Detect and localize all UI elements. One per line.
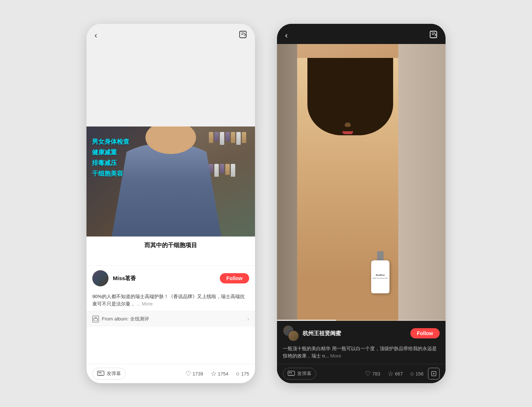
video-text-1: 男女身体检查 — [92, 138, 129, 146]
left-eye — [329, 113, 336, 117]
comment-icon-2: ○ — [410, 370, 414, 378]
description-text-2: 一瓶顶十瓶的美白精华 用一瓶可以白一个度，顶级护肤品带给我的永远是惊艳的效果，瑞… — [283, 346, 437, 359]
video-text-4: 干细胞美容 — [92, 169, 129, 178]
phone-frame-1: ‹ 男女身体检查 健康减重 排毒减压 干细胞美 — [86, 24, 255, 383]
product-area: BanaBeen Night Time Repair Elixir — [366, 259, 395, 293]
video-text-3: 排毒减压 — [92, 159, 129, 167]
progress-bar-fill — [277, 320, 336, 321]
avatar-1 — [92, 270, 108, 286]
video-full-2[interactable]: BanaBeen Night Time Repair Elixir — [277, 44, 446, 321]
username-1: Miss茗香 — [113, 275, 215, 282]
eyes-row — [297, 113, 398, 117]
album-left: From album: 全线测评 — [92, 316, 149, 322]
album-row-1[interactable]: From album: 全线测评 › — [86, 311, 255, 327]
action-group-1: ♡ 1739 ☆ 1754 ○ 175 — [185, 370, 249, 378]
nose — [345, 122, 351, 127]
mouth — [342, 131, 353, 134]
user-info-row-2: 杭州王祖贤闺蜜 Follow — [277, 321, 446, 344]
svg-rect-1 — [94, 318, 97, 321]
svg-rect-8 — [291, 372, 292, 373]
action-bar-2: 发弹幕 ♡ 783 ☆ 667 ○ 156 — [277, 364, 446, 383]
star-count-2: 667 — [395, 371, 403, 377]
face-bg — [277, 44, 446, 321]
progress-bar[interactable] — [277, 320, 446, 321]
like-button-1[interactable]: ♡ 1739 — [185, 370, 203, 378]
avatar-double-2-img — [288, 330, 299, 341]
share-button-1[interactable] — [239, 30, 247, 40]
album-icon — [92, 316, 99, 322]
description-1: 90%的人都不知道的瑞士高端护肤！《香说品牌》又上线啦，瑞士高端抗衰可不只是法尔… — [86, 291, 255, 311]
video-text-2: 健康减重 — [92, 148, 129, 157]
right-eye — [359, 113, 367, 117]
danmu-button-1[interactable]: 发弹幕 — [92, 368, 126, 380]
danmu-label-2: 发弹幕 — [297, 370, 311, 377]
like-count-1: 1739 — [193, 371, 203, 377]
heart-icon-1: ♡ — [185, 370, 191, 378]
svg-rect-4 — [100, 372, 101, 373]
description-2: 一瓶顶十瓶的美白精华 用一瓶可以白一个度，顶级护肤品带给我的永远是惊艳的效果，瑞… — [277, 344, 446, 364]
username-2: 杭州王祖贤闺蜜 — [303, 330, 407, 337]
description-more-1[interactable]: ... More — [137, 301, 153, 307]
phone2-bottom: 杭州王祖贤闺蜜 Follow 一瓶顶十瓶的美白精华 用一瓶可以白一个度，顶级护肤… — [277, 321, 446, 383]
video-subtitle: 而其中的干细胞项目 — [86, 236, 255, 254]
star-icon-1: ☆ — [211, 370, 217, 378]
product-label: BanaBeen Night Time Repair Elixir — [373, 266, 388, 288]
album-arrow: › — [247, 316, 249, 322]
star-icon-2: ☆ — [388, 370, 394, 378]
like-button-2[interactable]: ♡ 783 — [365, 370, 380, 378]
back-button-1[interactable]: ‹ — [95, 31, 97, 40]
top-bar-1: ‹ — [86, 24, 255, 44]
product-brand-text: BanaBeen — [376, 274, 385, 276]
user-info-row-1: Miss茗香 Follow — [86, 265, 255, 291]
heart-icon-2: ♡ — [365, 370, 371, 378]
product-cap — [377, 251, 384, 260]
share-button-2[interactable] — [429, 30, 437, 40]
product-name-text: Night Time Repair Elixir — [373, 277, 388, 279]
star-button-1[interactable]: ☆ 1754 — [211, 370, 229, 378]
svg-rect-3 — [99, 372, 100, 373]
description-more-2[interactable]: More — [330, 353, 341, 359]
danmu-button-2[interactable]: 发弹幕 — [283, 368, 316, 380]
video-thumbnail-1[interactable]: 男女身体检查 健康减重 排毒减压 干细胞美容 — [86, 126, 255, 236]
avatar-double-2 — [283, 325, 299, 341]
star-button-2[interactable]: ☆ 667 — [388, 370, 403, 378]
follow-button-2[interactable]: Follow — [410, 328, 440, 338]
shelf-bottles — [207, 130, 254, 196]
wall-right — [398, 44, 446, 321]
rotate-button-2[interactable] — [428, 368, 440, 380]
comment-count-1: 175 — [241, 371, 249, 377]
subtitle-space — [86, 254, 255, 265]
comment-button-2[interactable]: ○ 156 — [410, 370, 424, 378]
star-count-1: 1754 — [218, 371, 229, 377]
comment-button-1[interactable]: ○ 175 — [236, 370, 249, 378]
description-text-1: 90%的人都不知道的瑞士高端护肤！《香说品牌》又上线啦，瑞士高端抗衰可不只是法尔… — [92, 294, 245, 307]
comment-count-2: 156 — [415, 371, 424, 377]
follow-button-1[interactable]: Follow — [220, 273, 249, 283]
action-bar-1: 发弹幕 ♡ 1739 ☆ 1754 ○ 175 — [86, 364, 255, 383]
avatar-img-1 — [92, 270, 108, 286]
phone-frame-2: ‹ — [277, 24, 446, 383]
comment-icon-1: ○ — [236, 370, 240, 378]
album-label: From album: 全线测评 — [102, 316, 149, 322]
video-text-overlay: 男女身体检查 健康减重 排毒减压 干细胞美容 — [92, 138, 129, 178]
danmu-label-1: 发弹幕 — [107, 370, 121, 377]
face-features — [297, 113, 398, 134]
product-bottle: BanaBeen Night Time Repair Elixir — [371, 260, 389, 293]
action-group-2: ♡ 783 ☆ 667 ○ 156 — [365, 370, 424, 378]
top-bar-2: ‹ — [277, 24, 446, 44]
wall-left — [277, 44, 297, 321]
like-count-2: 783 — [372, 371, 380, 377]
back-button-2[interactable]: ‹ — [285, 31, 288, 40]
svg-rect-7 — [289, 372, 290, 373]
